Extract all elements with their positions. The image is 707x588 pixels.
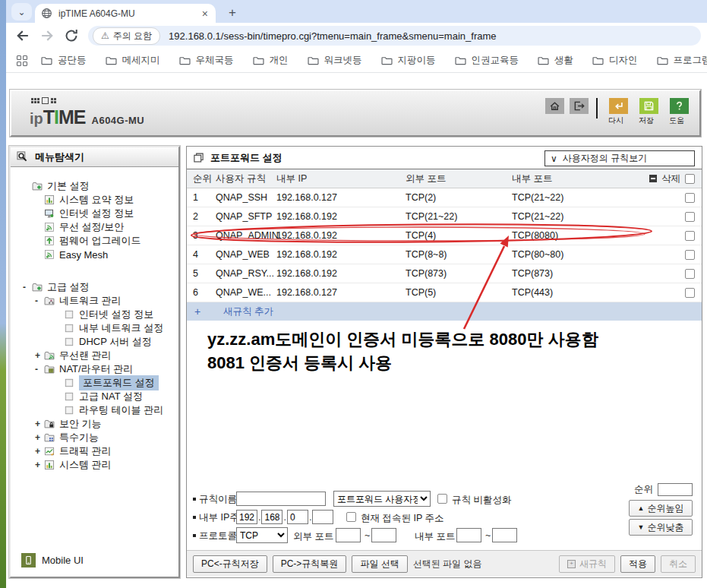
cancel-button[interactable]: 취소 [661, 555, 696, 573]
tab-strip: ⌄ ipTIME A604G-MU × + [6, 0, 707, 23]
sidebar-item[interactable]: 고급 NAT 설정 [79, 390, 143, 403]
sidebar-item[interactable]: 무선랜 관리 [59, 349, 112, 362]
table-row[interactable]: 5QNAP_RSY...192.168.0.192TCP(873)TCP(873… [187, 264, 702, 283]
bookmark-folder[interactable]: 개인 [253, 54, 289, 67]
sidebar-item[interactable]: 기본 설정 [47, 179, 90, 193]
bookmark-folder[interactable]: 지팡이등 [381, 54, 436, 67]
folder-icon [308, 55, 319, 66]
rule-disable-checkbox[interactable] [437, 494, 447, 504]
rule-kind-select[interactable]: 포트포워드 사용자정의 [333, 491, 431, 507]
warning-text: 주의 요함 [113, 30, 152, 43]
sidebar-item[interactable]: 특수기능 [59, 431, 99, 444]
sidebar-item[interactable]: 무선 설정/보안 [59, 220, 124, 234]
restore-rules-from-pc-button[interactable]: PC->규칙복원 [273, 555, 347, 573]
reset-button[interactable]: 다시 [604, 98, 628, 126]
reload-icon[interactable] [64, 28, 79, 43]
ip-octet-1[interactable] [236, 510, 257, 524]
close-tab-icon[interactable]: × [200, 8, 210, 20]
row-delete-checkbox[interactable] [685, 212, 695, 222]
sidebar-item[interactable]: 인터넷 설정 정보 [79, 308, 153, 321]
current-ip-label: 현재 접속된 IP 주소 [361, 512, 444, 525]
bookmark-folder[interactable]: 공단등 [41, 54, 87, 67]
sidebar-item[interactable]: 인터넷 설정 정보 [59, 207, 134, 220]
bookmark-folder[interactable]: 메세지미 [106, 54, 160, 67]
row-delete-checkbox[interactable] [685, 193, 695, 203]
priority-up-button[interactable]: ▲순위높임 [629, 500, 693, 517]
table-row[interactable]: 2QNAP_SFTP192.168.0.192TCP(21~22)TCP(21~… [187, 207, 702, 226]
file-select-button[interactable]: 파일 선택 [352, 555, 407, 573]
table-row[interactable]: 4QNAP_WEB192.168.0.192TCP(8~8)TCP(80~80) [187, 245, 702, 264]
sidebar-item[interactable]: 트래픽 관리 [59, 444, 112, 458]
panel-footer: PC<-규칙저장 PC->규칙복원 파일 선택 선택된 파일 없음 +새규칙 적… [187, 550, 702, 577]
priority-input[interactable] [658, 483, 693, 496]
leaf-icon [64, 378, 74, 388]
sidebar-item[interactable]: 보안 기능 [59, 417, 102, 431]
bookmark-folder[interactable]: 인권교육등 [455, 54, 519, 67]
table-row[interactable]: 6QNAP_WE...192.168.0.127TCP(5)TCP(443) [187, 283, 702, 302]
active-tab[interactable]: ipTIME A604G-MU × [35, 4, 216, 23]
ip-octet-3[interactable] [287, 510, 308, 524]
sidebar-item[interactable]: 펌웨어 업그레이드 [59, 234, 141, 248]
magnifier-icon [17, 151, 28, 163]
table-row-circled[interactable]: 3QNAP_ADMIN192.168.0.192TCP(4)TCP(8080) [187, 226, 702, 245]
save-button[interactable]: 저장 [634, 98, 658, 126]
plus-box-icon: + [567, 560, 576, 568]
select-all-checkbox[interactable] [685, 174, 695, 184]
sidebar-item[interactable]: 네트워크 관리 [59, 294, 122, 308]
leaf-icon [64, 337, 74, 347]
rule-name-input[interactable] [236, 492, 326, 506]
security-warning-badge[interactable]: ⚠ 주의 요함 [93, 27, 160, 45]
bookmark-folder[interactable]: 생활 [538, 54, 573, 67]
help-button[interactable]: 도움 [664, 98, 689, 126]
apply-button[interactable]: 적용 [620, 555, 655, 573]
sidebar-item[interactable]: Easy Mesh [59, 249, 108, 261]
sidebar-item[interactable]: NAT/라우터 관리 [59, 362, 133, 376]
bookmark-folder[interactable]: 디자인 [592, 54, 638, 67]
bookmark-folder[interactable]: 우체국등 [179, 54, 234, 67]
port-forward-panel: 포트포워드 설정 ∨ 사용자정의 규칙보기 순위 사용자 규칙 내부 IP 외부… [186, 146, 702, 578]
current-ip-checkbox[interactable] [346, 512, 356, 522]
back-icon[interactable] [15, 28, 30, 43]
home-button[interactable] [545, 98, 564, 114]
bookmark-folder[interactable]: 프로그램 [657, 54, 707, 67]
add-rule-row[interactable]: + 새규칙 추가 [187, 302, 702, 321]
sidebar-item-port-forward[interactable]: 포트포워드 설정 [79, 375, 159, 390]
row-delete-checkbox[interactable] [685, 288, 695, 298]
sidebar-item[interactable]: DHCP 서버 설정 [79, 335, 152, 349]
ext-port-to-input[interactable] [371, 528, 396, 542]
ip-octet-4[interactable] [312, 510, 333, 524]
new-tab-button[interactable]: + [223, 4, 241, 22]
logout-button[interactable] [570, 98, 589, 114]
chevron-down-icon: ⌄ [17, 7, 25, 17]
row-delete-checkbox[interactable] [685, 231, 695, 241]
protocol-select[interactable]: TCP [236, 527, 288, 543]
forward-icon[interactable] [39, 28, 55, 43]
ext-port-from-input[interactable] [336, 528, 361, 542]
address-bar[interactable]: ⚠ 주의 요함 192.168.0.1/sess-bin/timepro.cgi… [88, 26, 701, 46]
sidebar-item[interactable]: 라우팅 테이블 관리 [79, 403, 163, 417]
int-port-to-input[interactable] [492, 528, 517, 542]
table-row[interactable]: 1QNAP_SSH192.168.0.127TCP(2)TCP(21~22) [187, 188, 702, 207]
router-model: A604G-MU [92, 115, 145, 126]
sidebar-item[interactable]: 시스템 요약 정보 [59, 193, 134, 207]
save-rules-to-pc-button[interactable]: PC<-규칙저장 [193, 555, 267, 573]
row-delete-checkbox[interactable] [685, 269, 695, 279]
apps-grid-icon[interactable] [17, 55, 27, 66]
row-delete-checkbox[interactable] [685, 250, 695, 260]
folder-icon [253, 55, 264, 66]
sidebar-item[interactable]: 시스템 관리 [59, 458, 112, 472]
sidebar-item[interactable]: 고급 설정 [47, 280, 90, 294]
mobile-ui-link[interactable]: Mobile UI [21, 553, 84, 567]
leaf-icon [64, 391, 74, 402]
router-admin-page: ipTIME A604G-MU 다시 저장 [6, 73, 707, 588]
bookmark-folder[interactable]: 워크넷등 [308, 54, 362, 67]
new-rule-button[interactable]: +새규칙 [559, 555, 615, 573]
sidebar-item[interactable]: 내부 네트워크 설정 [79, 321, 163, 335]
tab-search-button[interactable]: ⌄ [11, 3, 32, 21]
no-file-selected-text: 선택된 파일 없음 [413, 558, 482, 571]
rule-view-dropdown[interactable]: ∨ 사용자정의 규칙보기 [544, 150, 695, 166]
ip-octet-2[interactable] [261, 510, 282, 524]
int-port-from-input[interactable] [456, 528, 481, 542]
priority-down-button[interactable]: ▼순위낮춤 [629, 519, 693, 536]
internal-ip-row: 내부 IP주소 . . . 현재 접속된 IP 주소 [187, 509, 702, 526]
